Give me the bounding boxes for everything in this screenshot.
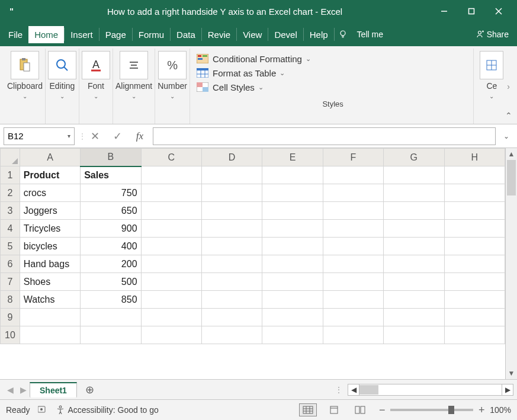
- cell-B6[interactable]: 200: [81, 255, 141, 273]
- cell[interactable]: [262, 291, 323, 309]
- cell[interactable]: [201, 202, 262, 220]
- editing-dropdown[interactable]: ⌄: [60, 93, 65, 100]
- col-header-D[interactable]: D: [201, 149, 262, 166]
- cell[interactable]: [262, 238, 323, 255]
- scroll-down-button[interactable]: ▼: [506, 367, 517, 379]
- spreadsheet-grid[interactable]: A B C D E F G H 1 Product Sales 2 crocs …: [0, 148, 505, 379]
- cell[interactable]: [444, 238, 505, 255]
- cells-button[interactable]: [480, 51, 503, 79]
- row-header-8[interactable]: 8: [1, 291, 20, 309]
- cell[interactable]: [323, 273, 383, 291]
- tell-me[interactable]: Tell me: [351, 26, 389, 43]
- cell[interactable]: [262, 202, 323, 220]
- cell[interactable]: [384, 202, 444, 220]
- cell[interactable]: [201, 273, 262, 291]
- cell-B3[interactable]: 650: [81, 202, 141, 220]
- sheet-tab-active[interactable]: Sheet1: [30, 382, 77, 397]
- cell[interactable]: [323, 184, 383, 202]
- cell[interactable]: [81, 309, 141, 326]
- zoom-thumb[interactable]: [448, 406, 454, 414]
- cell[interactable]: [201, 255, 262, 273]
- formula-input[interactable]: [153, 127, 496, 145]
- scroll-thumb[interactable]: [507, 160, 516, 195]
- enter-formula-button[interactable]: ✓: [108, 127, 127, 145]
- row-header-10[interactable]: 10: [1, 326, 20, 344]
- tab-split-handle[interactable]: ⋮: [330, 385, 348, 395]
- scroll-right-button[interactable]: ▶: [502, 384, 513, 396]
- row-header-3[interactable]: 3: [1, 202, 20, 220]
- cell[interactable]: [20, 309, 80, 326]
- tab-insert[interactable]: Insert: [65, 26, 99, 43]
- cell[interactable]: [201, 238, 262, 255]
- number-button[interactable]: %: [158, 51, 187, 79]
- editing-button[interactable]: [48, 51, 76, 79]
- horizontal-scrollbar[interactable]: ◀ ▶: [348, 384, 513, 396]
- cell[interactable]: [201, 184, 262, 202]
- hscroll-track[interactable]: [359, 384, 502, 396]
- row-header-9[interactable]: 9: [1, 309, 20, 326]
- accessibility-status[interactable]: Accessibility: Good to go: [56, 405, 158, 415]
- font-button[interactable]: A: [82, 51, 110, 79]
- tab-nav-next[interactable]: ▶: [17, 385, 30, 395]
- cell[interactable]: [262, 166, 323, 184]
- tab-view[interactable]: View: [237, 26, 268, 43]
- cell-A7[interactable]: Shoes: [20, 273, 80, 291]
- name-box-dropdown-icon[interactable]: ▾: [68, 133, 70, 139]
- alignment-dropdown[interactable]: ⌄: [131, 93, 136, 100]
- tab-nav-prev[interactable]: ◀: [4, 385, 17, 395]
- cell[interactable]: [141, 202, 201, 220]
- cell[interactable]: [262, 220, 323, 238]
- cell[interactable]: [384, 291, 444, 309]
- cell[interactable]: [384, 326, 444, 344]
- cell[interactable]: [201, 309, 262, 326]
- cell[interactable]: [201, 291, 262, 309]
- cell[interactable]: [262, 309, 323, 326]
- cell[interactable]: [384, 166, 444, 184]
- new-sheet-button[interactable]: ⊕: [82, 383, 98, 397]
- cell[interactable]: [444, 184, 505, 202]
- tab-review[interactable]: Revie: [202, 26, 236, 43]
- cell[interactable]: [141, 220, 201, 238]
- cells-dropdown[interactable]: ⌄: [489, 93, 494, 100]
- tab-developer[interactable]: Devel: [268, 26, 303, 43]
- cell[interactable]: [384, 184, 444, 202]
- alignment-button[interactable]: [120, 51, 148, 79]
- row-header-5[interactable]: 5: [1, 238, 20, 255]
- cell[interactable]: [323, 326, 383, 344]
- cell[interactable]: [141, 326, 201, 344]
- tab-formulas[interactable]: Formu: [133, 26, 170, 43]
- page-layout-view-button[interactable]: [325, 403, 343, 416]
- cell[interactable]: [323, 255, 383, 273]
- fx-button[interactable]: fx: [130, 127, 149, 145]
- scroll-left-button[interactable]: ◀: [348, 384, 359, 396]
- col-header-B[interactable]: B: [81, 149, 141, 166]
- cell[interactable]: [262, 255, 323, 273]
- cell[interactable]: [262, 184, 323, 202]
- clipboard-dropdown[interactable]: ⌄: [23, 93, 27, 100]
- cell[interactable]: [141, 166, 201, 184]
- cell[interactable]: [201, 326, 262, 344]
- cell[interactable]: [141, 255, 201, 273]
- row-header-7[interactable]: 7: [1, 273, 20, 291]
- maximize-button[interactable]: [458, 0, 485, 23]
- lightbulb-icon[interactable]: [335, 30, 351, 39]
- cell-B4[interactable]: 900: [81, 220, 141, 238]
- cell[interactable]: [141, 184, 201, 202]
- zoom-percentage[interactable]: 100%: [490, 405, 511, 415]
- cell[interactable]: [201, 166, 262, 184]
- cell-B5[interactable]: 400: [81, 238, 141, 255]
- minimize-button[interactable]: [431, 0, 458, 23]
- zoom-slider[interactable]: [390, 409, 473, 411]
- cell[interactable]: [323, 309, 383, 326]
- share-button[interactable]: Share: [469, 26, 515, 43]
- row-header-2[interactable]: 2: [1, 184, 20, 202]
- cell-A5[interactable]: bicycles: [20, 238, 80, 255]
- format-as-table-button[interactable]: Format as Table ⌄: [196, 68, 470, 78]
- cancel-formula-button[interactable]: ✕: [85, 127, 104, 145]
- cell[interactable]: [384, 255, 444, 273]
- cell[interactable]: [323, 238, 383, 255]
- cell[interactable]: [141, 273, 201, 291]
- cell[interactable]: [262, 326, 323, 344]
- cell[interactable]: [444, 220, 505, 238]
- cell-B2[interactable]: 750: [81, 184, 141, 202]
